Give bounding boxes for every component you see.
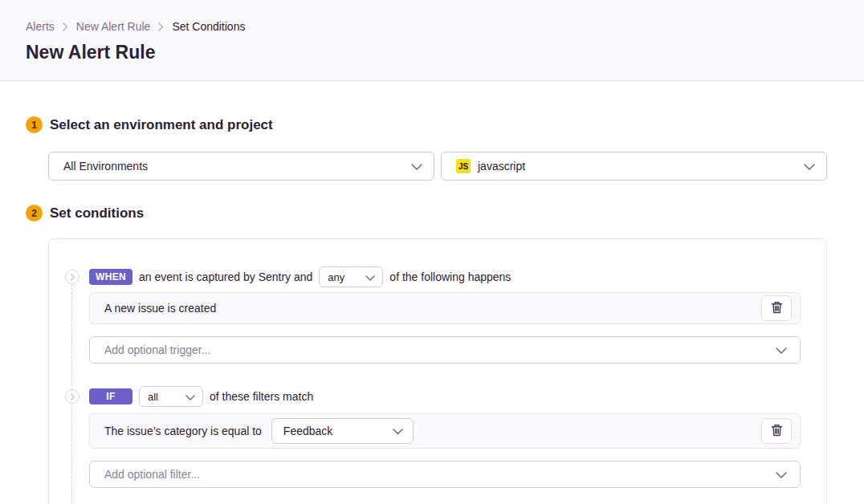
chevron-down-icon	[411, 160, 422, 173]
environment-select-value: All Environments	[63, 160, 148, 173]
environment-section-title: Select an environment and project	[50, 117, 273, 133]
if-match-value: all	[148, 391, 158, 403]
when-match-value: any	[328, 271, 344, 283]
environment-select[interactable]: All Environments	[48, 152, 434, 181]
when-text-before: an event is captured by Sentry and	[139, 270, 312, 283]
if-condition-line: IF all of these filters match	[89, 386, 801, 407]
breadcrumb: Alerts New Alert Rule Set Conditions	[26, 20, 838, 33]
add-filter-placeholder: Add optional filter...	[104, 468, 200, 481]
breadcrumb-set-conditions: Set Conditions	[172, 20, 245, 33]
chevron-down-icon	[185, 391, 195, 403]
filter-rule-label: The issue’s category is equal to	[104, 425, 262, 437]
step-2-badge: 2	[26, 205, 43, 222]
chevron-right-icon	[158, 22, 164, 31]
chevron-down-icon	[804, 160, 815, 173]
project-select-value: javascript	[478, 160, 525, 173]
if-collapse-chevron-icon[interactable]	[65, 389, 79, 404]
add-optional-filter-select[interactable]: Add optional filter...	[89, 461, 801, 488]
when-condition-line: WHEN an event is captured by Sentry and …	[89, 266, 801, 287]
breadcrumb-alerts[interactable]: Alerts	[26, 20, 55, 33]
chevron-down-icon	[776, 343, 787, 356]
when-badge: WHEN	[89, 269, 132, 285]
conditions-section-title: Set conditions	[50, 205, 144, 222]
trash-icon	[771, 301, 783, 316]
when-collapse-chevron-icon[interactable]	[65, 270, 79, 284]
main-content: 1 Select an environment and project All …	[0, 116, 864, 504]
project-select[interactable]: JS javascript	[441, 152, 827, 181]
environment-section-header: 1 Select an environment and project	[26, 116, 827, 133]
if-match-select[interactable]: all	[139, 386, 203, 407]
environment-project-row: All Environments JS javascript	[48, 152, 827, 181]
chevron-down-icon	[393, 425, 403, 437]
add-optional-trigger-select[interactable]: Add optional trigger...	[89, 336, 801, 364]
conditions-section-header: 2 Set conditions	[26, 205, 827, 222]
filter-category-select[interactable]: Feedback	[271, 418, 414, 444]
chevron-down-icon	[365, 271, 375, 283]
delete-filter-button[interactable]	[761, 418, 792, 444]
step-1-badge: 1	[26, 116, 43, 133]
javascript-platform-icon: JS	[456, 159, 471, 173]
filter-rule-row: The issue’s category is equal to Feedbac…	[89, 413, 801, 449]
breadcrumb-new-alert-rule[interactable]: New Alert Rule	[76, 20, 151, 33]
trigger-rule-row: A new issue is created	[89, 292, 801, 324]
conditions-card: WHEN an event is captured by Sentry and …	[48, 238, 827, 504]
when-text-after: of the following happens	[389, 270, 511, 283]
when-match-select[interactable]: any	[319, 266, 383, 287]
filter-category-value: Feedback	[283, 425, 332, 437]
if-badge: IF	[89, 388, 132, 404]
if-text-after: of these filters match	[210, 390, 313, 403]
trigger-rule-label: A new issue is created	[104, 302, 216, 315]
page-title: New Alert Rule	[26, 42, 838, 63]
chevron-right-icon	[63, 22, 68, 31]
chevron-down-icon	[776, 468, 787, 481]
add-trigger-placeholder: Add optional trigger...	[104, 343, 210, 356]
trash-icon	[771, 424, 783, 439]
page-header: Alerts New Alert Rule Set Conditions New…	[0, 0, 864, 81]
delete-trigger-button[interactable]	[761, 295, 792, 321]
